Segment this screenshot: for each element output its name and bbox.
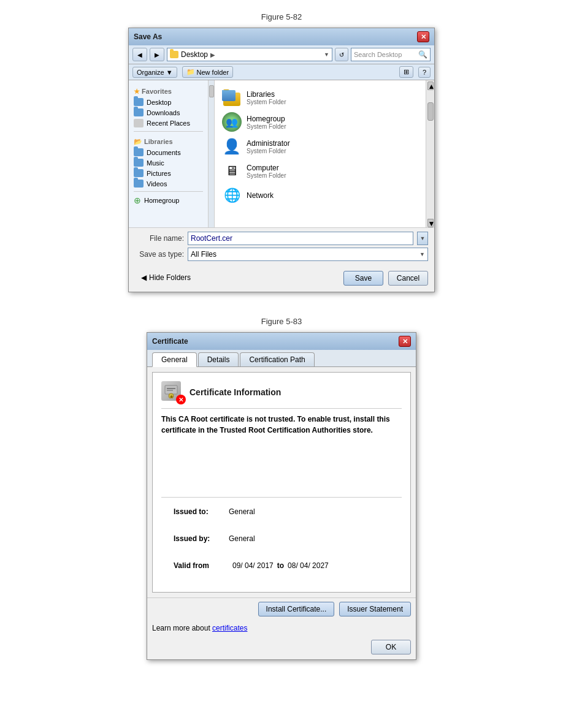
cert-close-btn[interactable]: ✕ [399, 336, 411, 347]
address-combo[interactable]: Desktop ▶ ▼ [167, 48, 332, 61]
filename-dropdown[interactable]: ▼ [417, 232, 428, 245]
nav-recent-places[interactable]: Recent Places [129, 118, 208, 129]
homegroup-file-info: Homegroup System Folder [247, 115, 286, 130]
downloads-label: Downloads [147, 109, 180, 116]
computer-file-name: Computer [247, 164, 286, 172]
cert-buttons: Install Certificate... Issuer Statement [147, 597, 416, 620]
filename-input[interactable] [188, 232, 413, 245]
refresh-btn[interactable]: ↺ [335, 48, 348, 61]
file-item[interactable]: 🖥 Computer System Folder [220, 159, 421, 183]
tab-general[interactable]: General [152, 352, 197, 367]
videos-label: Videos [147, 180, 167, 188]
favorites-label: ★ Favorites [129, 84, 208, 97]
install-cert-btn[interactable]: Install Certificate... [258, 602, 335, 616]
certificate-icon-svg: ★ [164, 384, 178, 398]
issued-by-label: Issued by: [174, 534, 229, 543]
nav-desktop[interactable]: Desktop [129, 97, 208, 107]
nav-downloads[interactable]: Downloads [129, 107, 208, 118]
tab-cert-path-label: Certification Path [249, 355, 305, 364]
cert-details-area [161, 442, 402, 491]
forward-btn[interactable]: ▶ [150, 48, 164, 61]
saveas-filelist: Libraries System Folder 👥 Homegroup Syst… [215, 80, 426, 227]
saveas-form: File name: ▼ Save as type: All Files ▼ [129, 227, 434, 267]
search-icon: 🔍 [418, 50, 427, 59]
nav-music[interactable]: Music [129, 157, 208, 168]
nav-videos[interactable]: Videos [129, 178, 208, 189]
filename-label: File name: [135, 234, 184, 243]
file-item[interactable]: 👥 Homegroup System Folder [220, 110, 421, 134]
view-btn[interactable]: ⊞ [399, 66, 413, 78]
saveas-footer: ◀ Hide Folders Save Cancel [129, 267, 434, 292]
admin-file-info: Administrator System Folder [247, 139, 290, 154]
libraries-file-info: Libraries System Folder [247, 90, 286, 105]
organize-label: Organize [137, 69, 164, 76]
videos-icon [134, 180, 144, 188]
admin-person-icon: 👤 [223, 138, 241, 155]
pictures-label: Pictures [147, 170, 171, 177]
new-folder-icon: 📁 [186, 68, 195, 76]
homegroup-label: Homegroup [144, 197, 179, 204]
cert-body: ★ ✕ Certificate Information This CA Root… [152, 372, 411, 593]
svg-text:★: ★ [169, 394, 174, 398]
nav-homegroup[interactable]: ⊕ Homegroup [129, 194, 208, 207]
valid-from-label: Valid from [174, 561, 229, 570]
file-item[interactable]: Libraries System Folder [220, 85, 421, 110]
save-label: Save [355, 274, 372, 282]
computer-file-icon: 🖥 [222, 161, 242, 181]
libraries-folder-icon: 📂 [134, 138, 142, 145]
saveas-close-btn[interactable]: ✕ [417, 31, 429, 42]
nav-divider-2 [134, 191, 203, 192]
issued-by-row: Issued by: General [161, 529, 402, 548]
save-btn[interactable]: Save [343, 271, 383, 286]
scroll-down-btn: ▼ [427, 219, 434, 227]
file-list-scrollbar[interactable]: ▲ ▼ [426, 80, 434, 227]
recent-places-label: Recent Places [147, 119, 190, 127]
savetype-select[interactable]: All Files ▼ [188, 248, 428, 261]
hide-folders-btn[interactable]: ◀ Hide Folders [135, 270, 197, 287]
libraries-section-label: 📂 Libraries [129, 134, 208, 147]
network-globe-icon: 🌐 [224, 188, 240, 203]
homegroup-file-icon: 👥 [222, 112, 242, 132]
cert-warning-badge: ✕ [176, 395, 186, 404]
file-item[interactable]: 🌐 Network [220, 183, 421, 208]
new-folder-btn[interactable]: 📁 New folder [182, 66, 234, 78]
pictures-icon [134, 169, 144, 177]
file-item[interactable]: 👤 Administrator System Folder [220, 134, 421, 159]
downloads-icon [134, 108, 144, 116]
tab-details[interactable]: Details [198, 352, 239, 366]
cert-ok-btn[interactable]: OK [371, 640, 411, 654]
libraries-file-icon [222, 88, 242, 107]
nav-pictures[interactable]: Pictures [129, 168, 208, 178]
organize-btn[interactable]: Organize ▼ [132, 67, 177, 78]
tab-general-label: General [161, 355, 188, 364]
cert-link[interactable]: certificates [212, 624, 247, 632]
tab-cert-path[interactable]: Certification Path [240, 352, 314, 366]
cert-icon-container: ★ ✕ [161, 381, 183, 403]
music-icon [134, 159, 144, 167]
nav-scroll-thumb [209, 85, 214, 97]
back-btn[interactable]: ◀ [132, 48, 147, 61]
homegroup-file-type: System Folder [247, 123, 286, 130]
issuer-stmt-btn[interactable]: Issuer Statement [339, 602, 411, 616]
search-box[interactable]: Search Desktop 🔍 [351, 48, 431, 61]
music-label: Music [147, 159, 164, 167]
cert-tabs: General Details Certification Path [147, 350, 416, 367]
saveas-body: ★ Favorites Desktop Downloads Recent Pla… [129, 80, 434, 227]
issued-by-value: General [229, 534, 255, 543]
nav-documents[interactable]: Documents [129, 147, 208, 157]
desktop-icon [134, 98, 144, 106]
admin-file-icon: 👤 [222, 137, 242, 156]
saveas-dialog: Save As ✕ ◀ ▶ Desktop ▶ ▼ ↺ Search Deskt… [128, 28, 435, 292]
cert-top-separator [161, 408, 402, 409]
issuer-stmt-label: Issuer Statement [347, 605, 403, 613]
libraries-file-name: Libraries [247, 90, 286, 99]
nav-scrollbar[interactable] [209, 80, 215, 227]
install-cert-label: Install Certificate... [266, 605, 327, 613]
cancel-btn[interactable]: Cancel [388, 271, 428, 286]
admin-file-type: System Folder [247, 148, 290, 154]
search-placeholder: Search Desktop [354, 51, 402, 58]
network-file-info: Network [247, 191, 274, 200]
help-btn[interactable]: ? [418, 67, 431, 78]
action-buttons: Save Cancel [343, 271, 428, 286]
address-location: Desktop [181, 50, 208, 59]
